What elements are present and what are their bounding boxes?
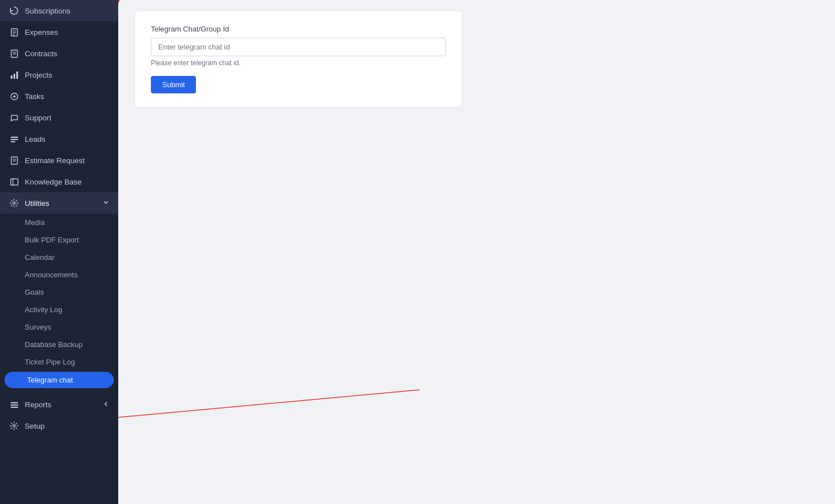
sidebar-sub-media-label: Media — [25, 218, 44, 227]
svg-point-20 — [13, 202, 15, 204]
telegram-chat-id-input[interactable] — [151, 38, 446, 56]
setup-icon — [9, 421, 19, 431]
sidebar-sub-surveys[interactable]: Surveys — [0, 318, 118, 336]
sidebar-sub-ticket-pipe-log-label: Ticket Pipe Log — [25, 358, 75, 366]
svg-rect-23 — [11, 407, 18, 408]
submit-button[interactable]: Submit — [151, 76, 196, 93]
reports-icon — [9, 399, 19, 410]
sidebar-item-reports-label: Reports — [25, 400, 97, 409]
sidebar-item-subscriptions-label: Subscriptions — [25, 7, 109, 15]
main-content: Telegram Chat/Group Id Please enter tele… — [118, 0, 835, 504]
sidebar-item-leads-label: Leads — [25, 135, 109, 143]
sidebar-sub-activity-log-label: Activity Log — [25, 305, 62, 314]
sidebar-sub-goals[interactable]: Goals — [0, 284, 118, 301]
sidebar-item-tasks[interactable]: Tasks — [0, 86, 118, 107]
sidebar-item-knowledge-base[interactable]: Knowledge Base — [0, 171, 118, 192]
sidebar-sub-database-backup-label: Database Backup — [25, 340, 83, 349]
sidebar-item-expenses-label: Expenses — [25, 28, 109, 37]
sidebar-item-utilities[interactable]: Utilities — [0, 192, 118, 214]
sidebar-sub-telegram-chat-label: Telegram chat — [27, 376, 73, 384]
svg-rect-22 — [11, 404, 18, 406]
sidebar-item-expenses[interactable]: Expenses — [0, 21, 118, 43]
sidebar-sub-database-backup[interactable]: Database Backup — [0, 336, 118, 353]
chevron-left-icon — [102, 400, 109, 409]
sidebar-item-leads[interactable]: Leads — [0, 128, 118, 150]
svg-rect-13 — [11, 139, 18, 140]
svg-rect-21 — [11, 402, 18, 403]
svg-marker-26 — [118, 0, 122, 3]
sidebar-item-knowledge-base-label: Knowledge Base — [25, 178, 109, 186]
sidebar-item-tasks-label: Tasks — [25, 92, 109, 101]
sidebar: Subscriptions Expenses Contracts Project… — [0, 0, 118, 504]
sidebar-sub-ticket-pipe-log[interactable]: Ticket Pipe Log — [0, 353, 118, 371]
sidebar-item-setup-label: Setup — [25, 422, 109, 430]
sidebar-sub-activity-log[interactable]: Activity Log — [0, 301, 118, 318]
chevron-down-icon — [102, 199, 109, 208]
svg-line-25 — [118, 390, 419, 417]
sidebar-sub-surveys-label: Surveys — [25, 323, 51, 331]
sidebar-item-setup[interactable]: Setup — [0, 415, 118, 436]
estimate-icon — [9, 155, 19, 165]
sidebar-sub-media[interactable]: Media — [0, 214, 118, 231]
expenses-icon — [9, 27, 19, 37]
utilities-icon — [9, 198, 19, 208]
knowledge-base-icon — [9, 177, 19, 187]
sidebar-sub-bulk-pdf[interactable]: Bulk PDF Export — [0, 231, 118, 249]
sidebar-item-projects-label: Projects — [25, 71, 109, 79]
leads-icon — [9, 134, 19, 144]
svg-rect-12 — [11, 137, 18, 138]
svg-rect-18 — [11, 179, 18, 185]
sidebar-item-support-label: Support — [25, 114, 109, 122]
sidebar-sub-calendar[interactable]: Calendar — [0, 249, 118, 266]
form-hint: Please enter telegram chat id. — [151, 59, 446, 67]
projects-icon — [9, 70, 19, 80]
svg-rect-9 — [16, 71, 18, 79]
sidebar-sub-telegram-chat[interactable]: Telegram chat — [5, 372, 114, 388]
sidebar-item-utilities-label: Utilities — [25, 199, 97, 208]
sidebar-item-contracts-label: Contracts — [25, 50, 109, 58]
svg-point-24 — [13, 425, 15, 427]
tasks-icon — [9, 91, 19, 101]
sidebar-item-estimate-request[interactable]: Estimate Request — [0, 150, 118, 171]
svg-point-11 — [13, 95, 15, 97]
support-icon — [9, 112, 19, 123]
svg-rect-7 — [11, 75, 12, 79]
sidebar-sub-goals-label: Goals — [25, 288, 44, 296]
sidebar-item-estimate-label: Estimate Request — [25, 156, 109, 165]
sidebar-item-projects[interactable]: Projects — [0, 64, 118, 86]
contracts-icon — [9, 48, 19, 58]
sidebar-item-subscriptions[interactable]: Subscriptions — [0, 0, 118, 21]
telegram-form-card: Telegram Chat/Group Id Please enter tele… — [135, 11, 462, 107]
sidebar-item-reports[interactable]: Reports — [0, 394, 118, 415]
sidebar-sub-announcements-label: Announcements — [25, 271, 78, 279]
sidebar-sub-bulk-pdf-label: Bulk PDF Export — [25, 236, 79, 244]
sidebar-sub-announcements[interactable]: Announcements — [0, 266, 118, 284]
svg-rect-14 — [11, 141, 15, 142]
form-label: Telegram Chat/Group Id — [151, 25, 446, 33]
sidebar-item-support[interactable]: Support — [0, 107, 118, 128]
sidebar-item-contracts[interactable]: Contracts — [0, 43, 118, 64]
subscriptions-icon — [9, 6, 19, 16]
sidebar-sub-calendar-label: Calendar — [25, 253, 55, 262]
svg-rect-8 — [14, 74, 15, 79]
